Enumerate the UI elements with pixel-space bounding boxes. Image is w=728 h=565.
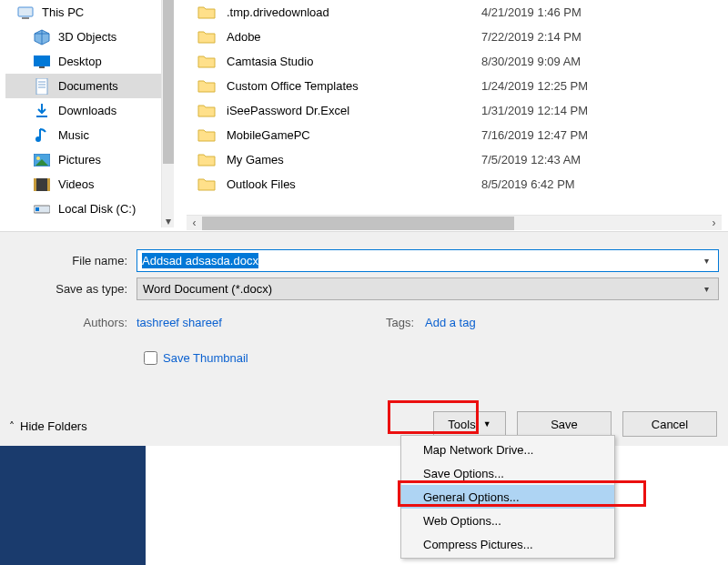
cancel-label: Cancel <box>652 418 688 431</box>
chevron-right-icon[interactable]: › <box>706 216 722 231</box>
save-as-type-combo[interactable]: Word Document (*.docx) ▾ <box>136 277 719 300</box>
bottom-panel: File name: Addsad adsasda.docx ▾ Save as… <box>0 231 728 446</box>
file-row[interactable]: MobileGamePC7/16/2019 12:47 PM <box>181 123 722 147</box>
chevron-left-icon[interactable]: ‹ <box>187 216 202 231</box>
svg-rect-18 <box>47 178 50 191</box>
menu-item[interactable]: General Options... <box>401 485 614 509</box>
file-row[interactable]: .tmp.drivedownload4/21/2019 1:46 PM <box>181 0 722 25</box>
nav-label: Local Disk (C:) <box>58 202 136 216</box>
file-list-hscrollbar[interactable]: ‹ › <box>187 215 722 230</box>
nav-label: Documents <box>58 79 118 93</box>
file-row[interactable]: My Games7/5/2019 12:43 AM <box>181 147 722 172</box>
file-date: 8/5/2019 6:42 PM <box>481 177 575 191</box>
chevron-up-icon: ˄ <box>9 420 15 433</box>
file-row[interactable]: Adobe7/22/2019 2:14 PM <box>181 25 722 49</box>
cube-icon <box>33 28 51 46</box>
menu-item[interactable]: Save Options... <box>401 461 614 485</box>
file-name-value: Addsad adsasda.docx <box>142 253 258 268</box>
folder-icon <box>197 29 217 45</box>
nav-item-pictures[interactable]: Pictures <box>5 147 163 172</box>
file-name-input[interactable]: Addsad adsasda.docx ▾ <box>136 249 719 272</box>
menu-item[interactable]: Map Network Drive... <box>401 438 614 461</box>
nav-item-local-disk[interactable]: Local Disk (C:) <box>5 197 163 221</box>
file-name-label: File name: <box>0 254 136 267</box>
svg-rect-17 <box>34 178 36 191</box>
nav-item-desktop[interactable]: Desktop <box>5 49 163 74</box>
file-date: 1/24/2019 12:25 PM <box>481 79 588 93</box>
file-row[interactable]: Camtasia Studio8/30/2019 9:09 AM <box>181 49 722 74</box>
file-date: 8/30/2019 9:09 AM <box>481 55 581 68</box>
file-name: iSeePassword Dr.Excel <box>227 104 481 117</box>
nav-item-downloads[interactable]: Downloads <box>5 98 163 123</box>
svg-point-12 <box>35 136 41 142</box>
file-date: 7/22/2019 2:14 PM <box>481 30 581 44</box>
nav-label: Music <box>58 128 89 142</box>
svg-rect-20 <box>35 207 39 211</box>
folder-icon <box>197 54 217 70</box>
authors-label: Authors: <box>0 316 136 329</box>
nav-label: Desktop <box>58 55 102 68</box>
hscroll-thumb[interactable] <box>202 217 514 230</box>
nav-item-music[interactable]: Music <box>5 123 163 147</box>
folder-icon <box>197 177 217 193</box>
svg-point-14 <box>36 156 40 160</box>
tools-button[interactable]: Tools ▼ <box>433 411 506 437</box>
file-name: Camtasia Studio <box>227 55 481 68</box>
file-name: Outlook Files <box>227 177 481 191</box>
nav-label: This PC <box>42 5 84 19</box>
nav-label: Videos <box>58 177 95 191</box>
chevron-down-icon[interactable]: ▾ <box>162 215 175 227</box>
menu-item[interactable]: Compress Pictures... <box>401 532 614 556</box>
tags-value[interactable]: Add a tag <box>425 316 476 329</box>
nav-label: Pictures <box>58 153 101 166</box>
tools-label: Tools <box>448 418 475 431</box>
nav-label: 3D Objects <box>58 30 116 44</box>
hide-folders-label: Hide Folders <box>20 419 87 433</box>
file-list: Name Date modified .tmp.drivedownload4/2… <box>181 0 722 215</box>
nav-item-3d-objects[interactable]: 3D Objects <box>5 25 163 49</box>
svg-rect-6 <box>39 66 45 68</box>
file-name: My Games <box>227 153 481 166</box>
authors-value[interactable]: tashreef shareef <box>136 316 222 329</box>
folder-icon <box>197 78 217 95</box>
file-row[interactable]: Custom Office Templates1/24/2019 12:25 P… <box>181 74 722 98</box>
nav-scrollbar[interactable]: ▾ <box>161 0 174 227</box>
svg-rect-0 <box>18 7 33 16</box>
desktop-icon <box>33 53 51 71</box>
folder-icon <box>197 5 217 21</box>
pictures-icon <box>33 151 51 169</box>
file-date: 1/31/2019 12:14 PM <box>481 104 588 117</box>
nav-tree: This PC 3D Objects Desktop Documents Dow… <box>5 0 163 221</box>
cancel-button[interactable]: Cancel <box>622 411 717 437</box>
file-date: 7/16/2019 12:47 PM <box>481 128 588 142</box>
nav-item-videos[interactable]: Videos <box>5 172 163 197</box>
videos-icon <box>33 176 51 194</box>
folder-icon <box>197 152 217 168</box>
nav-item-this-pc[interactable]: This PC <box>5 0 163 25</box>
folder-icon <box>197 127 217 144</box>
tags-label: Tags: <box>386 316 414 329</box>
file-name: .tmp.drivedownload <box>227 5 481 19</box>
hide-folders-button[interactable]: ˄ Hide Folders <box>9 419 87 433</box>
file-date: 7/5/2019 12:43 AM <box>481 153 581 166</box>
nav-scroll-thumb[interactable] <box>163 0 174 164</box>
document-icon <box>33 77 51 96</box>
save-thumbnail-label[interactable]: Save Thumbnail <box>163 351 248 365</box>
chevron-down-icon[interactable]: ▾ <box>698 280 714 298</box>
svg-rect-11 <box>36 116 47 117</box>
chevron-down-icon[interactable]: ▾ <box>698 252 714 269</box>
svg-rect-7 <box>36 78 47 95</box>
save-button[interactable]: Save <box>517 411 612 437</box>
save-thumbnail-checkbox[interactable] <box>144 351 157 365</box>
nav-item-documents[interactable]: Documents <box>5 74 163 98</box>
file-row[interactable]: Outlook Files8/5/2019 6:42 PM <box>181 172 722 197</box>
file-date: 4/21/2019 1:46 PM <box>481 5 581 19</box>
folder-icon <box>197 103 217 119</box>
file-row[interactable]: iSeePassword Dr.Excel1/31/2019 12:14 PM <box>181 98 722 123</box>
save-label: Save <box>551 418 578 431</box>
file-name: Adobe <box>227 30 481 44</box>
save-as-type-label: Save as type: <box>0 282 136 296</box>
menu-item[interactable]: Web Options... <box>401 509 614 532</box>
hscroll-track[interactable] <box>202 216 706 231</box>
music-icon <box>33 126 51 145</box>
